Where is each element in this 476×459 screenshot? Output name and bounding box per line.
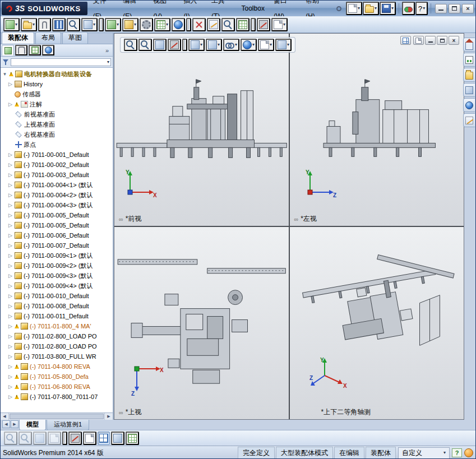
open-button[interactable]: ▾ [363,2,379,15]
tree-item[interactable]: ▷ (-) 7011-00-003_Default [1,170,113,180]
component-display-button[interactable]: ▾ [81,18,98,31]
expand-arrow-icon[interactable]: ▷ [8,374,13,379]
dropdown-caret-icon[interactable]: ▾ [391,6,394,11]
tree-item[interactable]: ▷ 上视基准面 [1,119,113,129]
zoom-area-button[interactable]: ▾ [138,39,152,51]
tree-item[interactable]: ▷ (-) 7011-01-800_4 MA' [1,321,113,331]
dropdown-caret-icon[interactable]: ▾ [283,22,285,27]
find-component-button[interactable]: ▾ [67,18,80,31]
dropdown-caret-icon[interactable]: ▾ [15,22,17,27]
tree-item[interactable]: ▷ (-) 7011-00-005_Default [1,210,113,220]
menu-item[interactable]: Toolbox [237,1,269,16]
dropdown-caret-icon[interactable]: ▾ [166,22,168,27]
expand-arrow-icon[interactable]: ▷ [8,182,13,188]
tree-item[interactable]: ▷ (-) 7011-00-009<4> (默认 [1,281,113,291]
dropdown-caret-icon[interactable]: ▾ [270,43,272,47]
tree-item[interactable]: ▷ (-) 7011-00-001_Default [1,150,113,160]
dropdown-caret-icon[interactable]: ▾ [107,60,109,64]
expand-arrow-icon[interactable]: ▷ [8,394,13,400]
filter-input[interactable]: ▾ [11,58,111,66]
scene-button[interactable] [126,432,139,445]
doc-close-button[interactable]: × [449,36,459,45]
new-document-button[interactable]: ▾ [346,2,362,15]
expand-arrow-icon[interactable]: ▷ [8,212,13,218]
collapse-arrow-icon[interactable]: ▾ [2,71,7,77]
expand-arrow-icon[interactable]: ▷ [8,354,13,359]
help-button[interactable]: ?▾ [415,2,428,15]
displaymanager-tab[interactable] [42,45,54,55]
view-palette-tab[interactable] [463,83,475,97]
tree-root-item[interactable]: ▾ 电机转换器自动组装设备 [1,69,113,79]
document-tab[interactable]: 运动算例1 [47,420,89,430]
viewport-layout-button[interactable] [400,36,411,45]
make-drawing-button[interactable]: ▾ [271,18,288,31]
edit-appearance-button[interactable]: ▾ [241,39,257,51]
panel-tab[interactable]: 布局 [35,32,61,44]
expand-arrow-icon[interactable]: ▷ [8,303,13,309]
tree-item[interactable]: ▷ (-) 7011-03-800_FULL WR [1,351,113,361]
component-pattern-button[interactable]: ▾ [154,18,170,31]
tree-item[interactable]: ▷ (-) 7011-00-005_Default [1,220,113,230]
doc-minimize-button[interactable] [425,36,436,45]
rotate-view-button[interactable] [33,432,47,445]
previous-view-button[interactable]: ▾ [153,39,167,51]
bom-button[interactable]: ▾ [236,18,249,31]
tab-scroll-right-icon[interactable]: ▶ [11,420,19,428]
dropdown-caret-icon[interactable]: ▾ [287,43,289,47]
viewport-top[interactable]: X Z ∞ *上视 [114,227,289,419]
status-light-button[interactable] [402,2,415,15]
display-style-button[interactable] [111,432,124,445]
tree-item[interactable]: ▷ (-) 7011-00-004<1> (默认 [1,180,113,190]
zoom-area-button[interactable] [19,432,32,445]
featuremanager-tab[interactable] [2,45,14,55]
expand-arrow-icon[interactable]: ▷ [8,172,13,178]
toolbar-customize-dropdown[interactable]: 自定义 ▾ [398,447,450,459]
appearances-scenes-tab[interactable] [463,98,475,112]
dropdown-caret-icon[interactable]: ▾ [252,43,255,47]
expand-arrow-icon[interactable]: ▷ [8,263,13,268]
expand-arrow-icon[interactable]: ▷ [8,192,13,198]
tree-item[interactable]: ▷ (-) 7011-00-011_Default [1,311,113,321]
tab-scroll-left-icon[interactable]: ◀ [2,420,10,428]
expand-arrow-icon[interactable]: ▷ [8,293,13,299]
doc-restore-button[interactable] [437,36,447,45]
expand-arrow-icon[interactable]: ▷ [8,243,13,248]
tree-item[interactable]: ▷ (-) 7011-00-009<3> (默认 [1,271,113,281]
design-library-tab[interactable] [463,53,475,67]
scroll-left-icon[interactable]: ◀ [1,413,9,420]
viewport-isometric[interactable]: Y X Z *上下二等角轴测 [290,227,464,419]
display-style-button[interactable]: ▾ [206,39,222,51]
pan-button[interactable] [48,432,61,445]
section-button[interactable]: ▾ [257,18,270,31]
zoom-fit-button[interactable]: ▾ [124,39,137,51]
tree-item[interactable]: ▷ (-) 7011-04-800 REVA [1,361,113,372]
expand-arrow-icon[interactable]: ▷ [8,222,13,228]
edit-assembly-button[interactable]: ▾ [3,18,20,31]
tree-item[interactable]: ▷ (-) 7011-07-800_7011-07 [1,392,113,402]
single-view-button[interactable] [83,432,96,445]
dropdown-caret-icon[interactable]: ▾ [443,451,446,455]
expand-arrow-icon[interactable]: ▷ [8,333,13,339]
expand-arrow-icon[interactable]: ▷ [8,233,13,238]
tree-item[interactable]: ▷ (-) 7011-00-002_Default [1,160,113,170]
panel-tab[interactable]: 装配体 [2,32,34,44]
minimize-button[interactable] [435,4,447,13]
tree-item[interactable]: ▷ 原点 [1,140,113,150]
separator[interactable]: ▾ [99,18,104,31]
expand-arrow-icon[interactable]: ▷ [8,152,13,157]
close-button[interactable]: × [462,4,474,13]
dropdown-caret-icon[interactable]: ▾ [93,22,95,27]
expand-arrow-icon[interactable]: ▷ [8,101,13,107]
dropdown-caret-icon[interactable]: ▾ [423,6,425,11]
tree-item[interactable]: ▷ (-) 7011-02-800_LOAD PO [1,331,113,341]
expand-arrow-icon[interactable]: ▷ [8,364,13,369]
hide-show-items-button[interactable]: ▾ [223,39,239,51]
tree-item[interactable]: ▷ (-) 7011-00-006_Default [1,230,113,240]
viewport-left[interactable]: Y Z ∞ *左视 [290,34,464,226]
expand-arrow-icon[interactable]: ▷ [8,323,13,329]
viewport-previous-button[interactable] [413,36,424,45]
scroll-right-icon[interactable]: ▶ [104,413,113,420]
expand-arrow-icon[interactable]: ▷ [8,202,13,208]
file-explorer-tab[interactable] [463,68,475,82]
menu-pin-icon[interactable] [336,6,341,11]
